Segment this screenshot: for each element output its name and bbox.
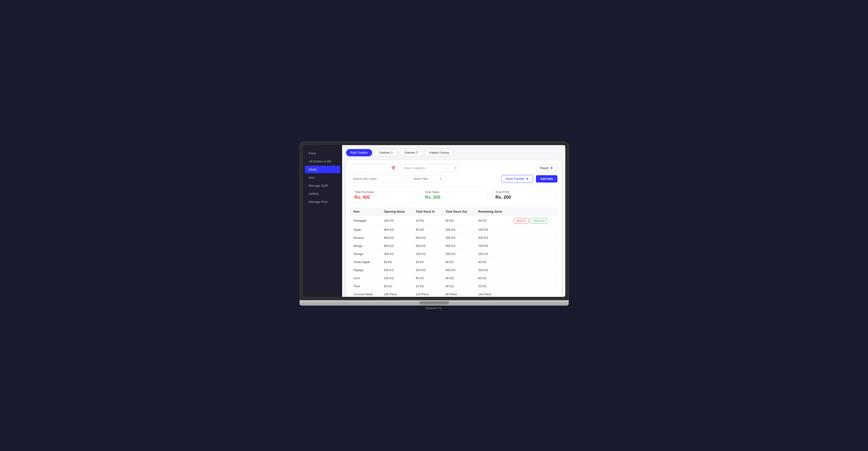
- cell-9-0: Coconut Water: [350, 290, 380, 297]
- cell-3-0: Mango: [350, 242, 380, 250]
- stats-row: Total Purchase Rs. 400 Total Sales Rs. 2…: [350, 187, 557, 204]
- cell-8-1: 50 KG: [380, 282, 412, 290]
- stat-card-0: Total Purchase Rs. 400: [350, 187, 416, 204]
- stock-transfer-arrow: ▼: [526, 177, 529, 181]
- laptop-base: [300, 300, 569, 306]
- cell-9-1: 100 Piece: [380, 290, 412, 297]
- col-header-1: Opening Stock: [380, 208, 412, 216]
- stock-transfer-button[interactable]: Stock Transfer ▼: [501, 175, 533, 183]
- table-row: Lichi100 KG40 KG80 KG60 KG: [350, 274, 557, 282]
- sidebar-item-setting[interactable]: Setting: [305, 190, 340, 198]
- col-header-actions: [510, 208, 557, 216]
- main-card: Today - 26 August 2023 📅 Select Category…: [346, 160, 561, 297]
- sidebar-item-all-entries-&-bill[interactable]: All Entries & Bill: [305, 158, 340, 165]
- tab-kalyan-factory[interactable]: Kalyan Factory: [425, 149, 454, 156]
- sidebar-item-item[interactable]: Item: [305, 174, 340, 181]
- stock-filter-wrapper: Stock Filter ▼: [410, 175, 444, 183]
- cell-4-actions: [510, 250, 557, 258]
- date-input[interactable]: Today - 26 August 2023: [350, 164, 398, 172]
- cell-6-3: 400 KG: [442, 266, 475, 274]
- stock-table: ItemOpening StockTotal Stock InTotal Sto…: [350, 208, 557, 297]
- tab-godown-1[interactable]: Godown 1: [375, 149, 397, 156]
- filter-row-2: Stock Filter ▼ Stock Transfer ▼ Add Item: [350, 175, 557, 183]
- cell-1-0: Apple: [350, 226, 380, 234]
- sidebar-item-party[interactable]: Party: [305, 150, 340, 157]
- sidebar-item-manage-plan[interactable]: Manage Plan: [305, 198, 340, 206]
- stat-value-2: Rs. 200: [496, 195, 553, 200]
- cell-4-2: 150 KG: [412, 250, 442, 258]
- cell-1-3: 200 KG: [442, 226, 475, 234]
- cell-9-4: 140 Piece: [475, 290, 510, 297]
- cell-0-1: 100 KG: [380, 216, 412, 226]
- sidebar: PartyAll Entries & BillStockItemManage S…: [303, 145, 342, 297]
- table-header-row: ItemOpening StockTotal Stock InTotal Sto…: [350, 208, 557, 216]
- stock-in-button[interactable]: Stock In: [514, 218, 529, 223]
- table-row: Apple400 KG40 KG200 KG240 KG: [350, 226, 557, 234]
- cell-1-4: 240 KG: [475, 226, 510, 234]
- cell-7-0: Lichi: [350, 274, 380, 282]
- cell-2-actions: [510, 234, 557, 242]
- report-label: Report: [540, 167, 549, 170]
- screen-inner: PartyAll Entries & BillStockItemManage S…: [303, 145, 565, 297]
- report-button[interactable]: Report ▼: [536, 164, 557, 172]
- stock-filter-select[interactable]: Stock Filter: [410, 175, 444, 183]
- cell-6-2: 200 KG: [412, 266, 442, 274]
- cell-5-0: Green Apple: [350, 258, 380, 266]
- sidebar-item-stock[interactable]: Stock: [305, 166, 340, 173]
- sidebar-item-manage-staff[interactable]: Manage Staff: [305, 182, 340, 189]
- cell-7-2: 40 KG: [412, 274, 442, 282]
- cell-1-1: 400 KG: [380, 226, 412, 234]
- cell-0-2: 10 KG: [412, 216, 442, 226]
- laptop-screen: PartyAll Entries & BillStockItemManage S…: [300, 142, 569, 300]
- cell-3-4: 700 KG: [475, 242, 510, 250]
- cell-4-3: 200 KG: [442, 250, 475, 258]
- cell-4-0: Orange: [350, 250, 380, 258]
- col-header-0: Item: [350, 208, 380, 216]
- tab-godown-2[interactable]: Godown 2: [400, 149, 423, 156]
- cell-0-0: Pineapple: [350, 216, 380, 226]
- col-header-4: Remaining Stock: [475, 208, 510, 216]
- cell-2-3: 500 KG: [442, 234, 475, 242]
- table-head: ItemOpening StockTotal Stock InTotal Sto…: [350, 208, 557, 216]
- cell-4-4: 250 KG: [475, 250, 510, 258]
- table-row: Papaya500 KG200 KG400 KG300 KG: [350, 266, 557, 274]
- cell-5-4: 40 KG: [475, 258, 510, 266]
- cell-7-actions: [510, 274, 557, 282]
- cell-6-actions: [510, 266, 557, 274]
- cell-8-3: 40 KG: [442, 282, 475, 290]
- cell-2-1: 600 KG: [380, 234, 412, 242]
- table-wrapper: ItemOpening StockTotal Stock InTotal Sto…: [350, 208, 557, 297]
- cell-5-1: 80 KG: [380, 258, 412, 266]
- table-row: Coconut Water100 Piece120 Piece80 Piece1…: [350, 290, 557, 297]
- add-item-button[interactable]: Add Item: [536, 175, 557, 183]
- cell-9-2: 120 Piece: [412, 290, 442, 297]
- table-row: Plum50 KG10 KG40 KG20 KG: [350, 282, 557, 290]
- stat-card-1: Total Sales Rs. 200: [421, 187, 487, 204]
- tab-ram-traders[interactable]: Ram Traders: [346, 149, 372, 156]
- stock-out-button[interactable]: Stock Out: [530, 218, 548, 223]
- table-row: Pineapple100 KG10 KG60 KG50 KGStock InSt…: [350, 216, 557, 226]
- search-input[interactable]: [350, 175, 407, 183]
- category-select[interactable]: Select Category: [401, 164, 460, 172]
- calendar-icon: 📅: [391, 166, 396, 170]
- cell-7-1: 100 KG: [380, 274, 412, 282]
- laptop-container: PartyAll Entries & BillStockItemManage S…: [300, 142, 569, 309]
- cell-8-actions: [510, 282, 557, 290]
- cell-6-0: Papaya: [350, 266, 380, 274]
- action-btns: Stock InStock Out: [514, 218, 554, 223]
- cell-5-2: 20 KG: [412, 258, 442, 266]
- cell-1-actions: [510, 226, 557, 234]
- cell-5-actions: [510, 258, 557, 266]
- stat-label-2: Total Profit: [496, 190, 553, 194]
- table-row: Mango800 KG500 KG600 KG700 KG: [350, 242, 557, 250]
- cell-8-2: 10 KG: [412, 282, 442, 290]
- date-input-wrapper: Today - 26 August 2023 📅: [350, 164, 398, 172]
- table-row: Orange300 KG150 KG200 KG250 KG: [350, 250, 557, 258]
- cell-2-0: Banana: [350, 234, 380, 242]
- cell-7-3: 80 KG: [442, 274, 475, 282]
- cell-3-3: 600 KG: [442, 242, 475, 250]
- cell-7-4: 60 KG: [475, 274, 510, 282]
- stat-card-2: Total Profit Rs. 200: [491, 187, 557, 204]
- cell-0-4: 50 KG: [475, 216, 510, 226]
- cell-3-1: 800 KG: [380, 242, 412, 250]
